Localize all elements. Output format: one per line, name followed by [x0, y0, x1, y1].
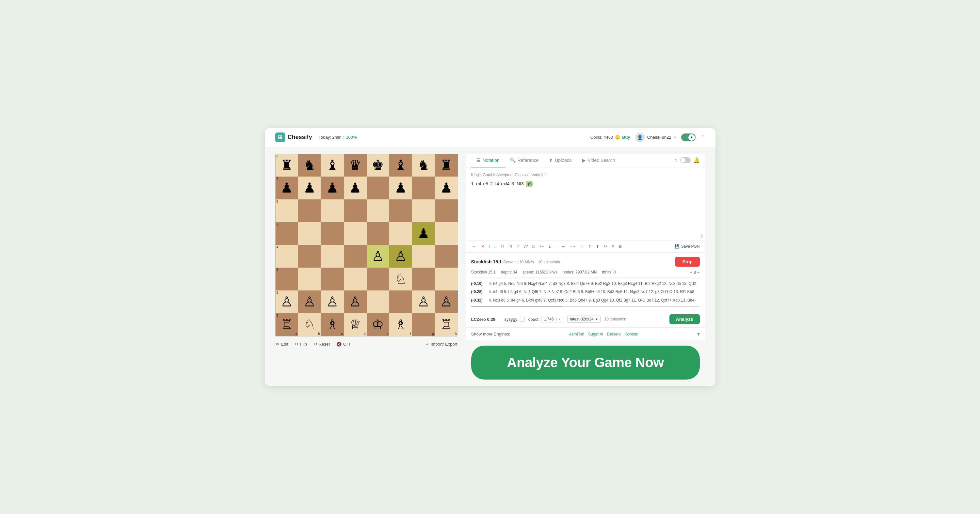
n-toggle[interactable]: [680, 157, 690, 163]
board-cell-a3[interactable]: 3: [275, 268, 299, 290]
syzygy-checkbox[interactable]: [520, 317, 525, 322]
toolbar-pluseq[interactable]: ±: [547, 243, 552, 250]
move-1e4[interactable]: 1. e4: [471, 181, 481, 186]
piece-h1[interactable]: ♖: [440, 318, 453, 332]
piece-e8[interactable]: ♚: [372, 158, 384, 172]
move-g5[interactable]: g5: [526, 181, 533, 187]
tab-reference[interactable]: 🔍 Reference: [505, 154, 544, 167]
move-2f4[interactable]: 2. f4: [490, 181, 499, 186]
toolbar-q-exclaim[interactable]: ?!: [508, 243, 514, 250]
plus-icon[interactable]: +: [690, 270, 692, 275]
board-cell-f7[interactable]: ♟: [389, 176, 412, 199]
board-cell-g1[interactable]: g: [412, 313, 435, 336]
board-cell-d2[interactable]: ♙: [344, 290, 367, 313]
piece-f7[interactable]: ♟: [395, 181, 407, 195]
piece-e1[interactable]: ♔: [372, 318, 384, 332]
board-cell-d7[interactable]: ♟: [344, 176, 367, 199]
board-cell-a7[interactable]: 7♟: [275, 176, 299, 199]
move-exf4[interactable]: exf4: [501, 181, 509, 186]
board-cell-b8[interactable]: ♞: [298, 154, 321, 177]
board-cell-a2[interactable]: 2♙: [275, 290, 299, 313]
board-cell-a4[interactable]: 4: [275, 245, 299, 268]
piece-b7[interactable]: ♟: [303, 181, 316, 195]
piece-h7[interactable]: ♟: [440, 181, 453, 195]
dark-mode-toggle[interactable]: ☀: [681, 133, 695, 141]
piece-a8[interactable]: ♜: [280, 158, 293, 172]
cpuct-value[interactable]: 1.745 ‹ ›: [541, 316, 563, 322]
piece-a7[interactable]: ♟: [280, 181, 293, 195]
board-cell-f6[interactable]: [389, 199, 412, 222]
engine-berserk[interactable]: Berserk: [607, 332, 620, 336]
engine-sugarai[interactable]: Sugar AI: [588, 332, 603, 336]
logo[interactable]: ⊞ Chessify: [275, 133, 312, 142]
import-export-button[interactable]: ✓ Import/ Export: [426, 342, 458, 347]
board-cell-d1[interactable]: d♕: [344, 313, 367, 336]
toolbar-eq[interactable]: =: [554, 243, 559, 250]
toolbar-cycle[interactable]: ↻: [603, 243, 608, 250]
board-cell-e4[interactable]: ♙: [367, 245, 390, 268]
toolbar-uparr1[interactable]: ⇑: [587, 243, 593, 250]
board-cell-a5[interactable]: 5: [275, 222, 299, 245]
board-cell-h7[interactable]: ♟: [435, 176, 458, 199]
board-cell-d4[interactable]: [344, 245, 367, 268]
engine-koivisto[interactable]: Koivisto: [624, 332, 638, 336]
board-cell-b1[interactable]: b♘: [298, 313, 321, 336]
bell-icon[interactable]: 🔔: [693, 157, 700, 163]
toolbar-arr[interactable]: ⟹: [568, 243, 576, 250]
piece-c1[interactable]: ♗: [326, 318, 339, 332]
board-cell-h1[interactable]: h♖: [435, 313, 458, 336]
board-cell-c7[interactable]: ♟: [321, 176, 344, 199]
piece-c2[interactable]: ♙: [326, 295, 339, 309]
toolbar-lines[interactable]: ≡: [610, 243, 615, 250]
board-cell-d8[interactable]: ♛: [344, 154, 367, 177]
board-cell-h4[interactable]: [435, 245, 458, 268]
board-cell-g4[interactable]: [412, 245, 435, 268]
board-cell-f4[interactable]: ♙: [389, 245, 412, 268]
toolbar-plusminus[interactable]: +−: [538, 243, 545, 250]
engine-scrollbar[interactable]: [471, 306, 700, 307]
move-3nf3[interactable]: 3. Nf3: [512, 181, 524, 186]
piece-a1[interactable]: ♖: [280, 318, 293, 332]
board-cell-e3[interactable]: [367, 268, 390, 290]
piece-d8[interactable]: ♛: [349, 158, 361, 172]
board-cell-e7[interactable]: [367, 176, 390, 199]
toolbar-back[interactable]: ←: [471, 243, 478, 250]
toolbar-exclaim-q[interactable]: !?: [500, 243, 506, 250]
board-cell-c5[interactable]: [321, 222, 344, 245]
piece-f3[interactable]: ♘: [395, 272, 407, 286]
toolbar-q2[interactable]: ??: [522, 243, 529, 250]
board-cell-c8[interactable]: ♝: [321, 154, 344, 177]
board-cell-b4[interactable]: [298, 245, 321, 268]
board-cell-h8[interactable]: ♜: [435, 154, 458, 177]
piece-b8[interactable]: ♞: [303, 158, 316, 172]
piece-g2[interactable]: ♙: [417, 295, 430, 309]
board-cell-e6[interactable]: [367, 199, 390, 222]
edit-button[interactable]: ✏ Edit: [276, 342, 288, 347]
toolbar-q1[interactable]: ?: [515, 243, 520, 250]
board-cell-c6[interactable]: [321, 199, 344, 222]
cta-section[interactable]: Analyze Your Game Now: [471, 346, 700, 379]
piece-c7[interactable]: ♟: [326, 181, 339, 195]
piece-e4[interactable]: ♙: [372, 249, 384, 263]
model-select[interactable]: latest-320x24 ▾: [567, 316, 601, 323]
board-cell-b3[interactable]: [298, 268, 321, 290]
board-cell-e2[interactable]: [367, 290, 390, 313]
piece-h8[interactable]: ♜: [440, 158, 453, 172]
piece-d1[interactable]: ♕: [349, 318, 361, 332]
chess-board[interactable]: 8♜♞♝♛♚♝♞♜7♟♟♟♟♟♟65♟4♙♙3♘2♙♙♙♙♙♙1a♖b♘c♗d♕…: [275, 154, 458, 336]
line-moves-1[interactable]: 4. d4 d6 5. h4 g4 6. Ng1 Qf6 7. Nc3 Ne7 …: [489, 289, 694, 295]
piece-f1[interactable]: ♗: [395, 318, 407, 332]
piece-d2[interactable]: ♙: [349, 295, 361, 309]
minus-icon[interactable]: −: [697, 270, 700, 275]
board-cell-h2[interactable]: ♙: [435, 290, 458, 313]
board-cell-e8[interactable]: ♚: [367, 154, 390, 177]
move-e5[interactable]: e5: [483, 181, 488, 186]
engine-asmfish[interactable]: AsmFish: [569, 332, 584, 336]
board-cell-g5[interactable]: ♟: [412, 222, 435, 245]
board-cell-e5[interactable]: [367, 222, 390, 245]
board-cell-c3[interactable]: [321, 268, 344, 290]
piece-d7[interactable]: ♟: [349, 181, 361, 195]
tab-uploads[interactable]: ⬆ Uploads: [544, 154, 577, 167]
board-cell-g8[interactable]: ♞: [412, 154, 435, 177]
buy-link[interactable]: Buy: [622, 135, 630, 140]
